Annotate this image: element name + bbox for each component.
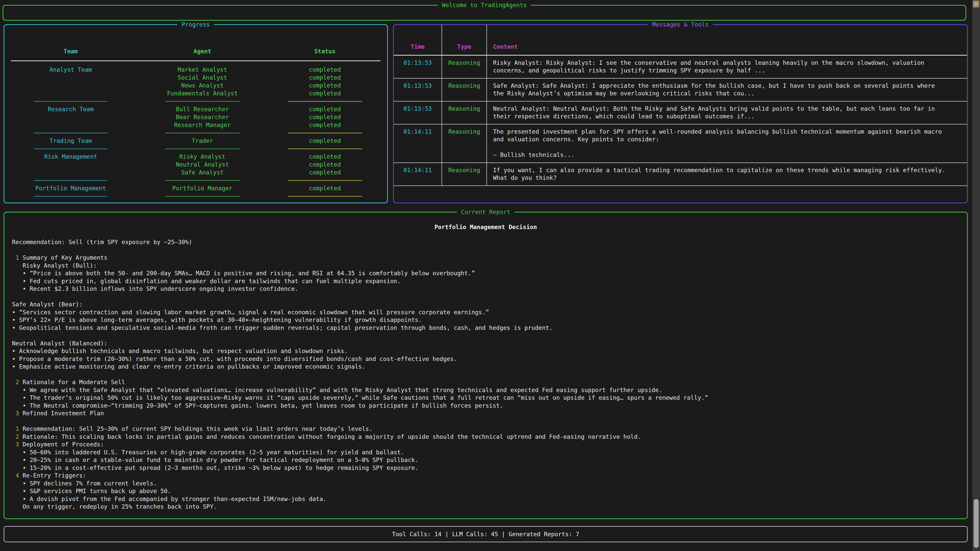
footer-panel: Tool Calls: 14 | LLM Calls: 45 | Generat… [3, 526, 968, 542]
status-badge: completed [274, 89, 376, 97]
status-badge: completed [274, 121, 376, 129]
agent-name: Trader [144, 137, 261, 145]
messages-table-header: Time Type Content [394, 25, 967, 56]
separator-line [288, 148, 362, 149]
message-row: 01:14:11ReasoningThe presented investmen… [394, 124, 967, 163]
status-badge: completed [274, 161, 376, 168]
report-line: • 20–25% in cash or a stable-value fund … [12, 456, 967, 464]
scrollbar-thumb[interactable] [974, 499, 979, 548]
separator-line [34, 133, 107, 133]
section-separator [4, 129, 387, 137]
message-time: 01:14:11 [394, 163, 442, 186]
scrollbar-button[interactable] [973, 0, 979, 7]
agent-name: Bear Researcher [144, 113, 261, 121]
separator-line [34, 180, 107, 181]
list-number: 3 [16, 410, 19, 416]
notification-dot-icon [974, 2, 978, 6]
progress-row: Portfolio ManagementPortfolio Managercom… [4, 184, 387, 192]
status-badge: completed [274, 113, 376, 121]
separator-line [165, 133, 240, 133]
report-line: 1 Recommendation: Sell 25–30% of current… [12, 425, 967, 433]
section-separator [4, 97, 387, 105]
agent-name: Bull Researcher [144, 105, 261, 113]
messages-table: Time Type Content 01:13:53ReasoningRisky… [394, 25, 967, 186]
agent-name: Risky Analyst [144, 153, 261, 161]
report-panel: Current Report Portfolio Management Deci… [3, 212, 968, 519]
separator-line [165, 180, 240, 181]
report-line: 3 Refined Investment Plan [12, 410, 967, 417]
progress-row: Research Managercompleted [4, 121, 387, 129]
progress-header-team: Team [14, 48, 127, 56]
status-badge: completed [274, 137, 376, 145]
report-line [12, 293, 967, 301]
progress-header-status: Status [274, 48, 376, 56]
report-line [12, 332, 967, 340]
progress-table: Team Agent Status Analyst TeamMarket Ana… [4, 25, 387, 200]
messages-title: Messages & Tools [648, 21, 713, 28]
report-line: • S&P services PMI turns back up above 5… [12, 487, 967, 495]
report-line [12, 371, 967, 379]
report-line: 3 Deployment of Proceeds: [12, 441, 967, 448]
welcome-panel: Welcome to TradingAgents [3, 5, 966, 21]
progress-table-body: Analyst TeamMarket AnalystcompletedSocia… [4, 66, 387, 200]
footer-status: Tool Calls: 14 | LLM Calls: 45 | Generat… [4, 527, 967, 541]
messages-table-body: 01:13:53ReasoningRisky Analyst: Risky An… [394, 56, 967, 186]
progress-row: Bear Researchercompleted [4, 113, 387, 121]
agent-name: Research Manager [144, 121, 261, 129]
message-time: 01:13:53 [394, 79, 442, 101]
report-title: Current Report [457, 208, 514, 216]
message-row: 01:13:53ReasoningNeutral Analyst: Neutra… [394, 102, 967, 124]
list-number: 3 [16, 441, 19, 448]
progress-row: Risk ManagementRisky Analystcompleted [4, 153, 387, 161]
agent-name: Market Analyst [144, 66, 261, 74]
report-body: Recommendation: Sell (trim SPY exposure … [4, 238, 967, 511]
progress-row: Safe Analystcompleted [4, 168, 387, 176]
status-badge: completed [274, 105, 376, 113]
message-time: 01:13:53 [394, 56, 442, 78]
report-line: • “Services sector contraction and slowi… [12, 308, 967, 316]
report-line: • Emphasize active monitoring and clear … [12, 363, 967, 371]
messages-panel: Messages & Tools Time Type Content 01:13… [393, 24, 968, 203]
scrollbar[interactable] [972, 0, 980, 551]
message-row: 01:13:53ReasoningSafe Analyst: Safe Anal… [394, 79, 967, 102]
welcome-title: Welcome to TradingAgents [438, 1, 531, 9]
list-number: 1 [16, 426, 19, 432]
status-badge: completed [274, 184, 376, 192]
report-line: 2 Rationale for a Moderate Sell [12, 378, 967, 386]
separator-line [34, 196, 107, 197]
separator-line [165, 101, 240, 102]
message-type: Reasoning [442, 124, 487, 162]
separator-line [165, 196, 240, 197]
agent-name: Neutral Analyst [144, 161, 261, 168]
report-line: • Fed cuts priced in, global disinflatio… [12, 277, 967, 285]
progress-table-header: Team Agent Status [4, 48, 387, 56]
team-name: Analyst Team [14, 66, 127, 74]
report-line: • We agree with the Safe Analyst that “e… [12, 386, 967, 394]
report-line: • Acknowledge bullish technicals and mac… [12, 347, 967, 355]
report-line: Safe Analyst (Bear): [12, 300, 967, 308]
message-content: Safe Analyst: Safe Analyst: I appreciate… [487, 79, 967, 101]
message-row: 01:14:11ReasoningIf you want, I can also… [394, 163, 967, 186]
status-badge: completed [274, 66, 376, 74]
message-time: 01:13:53 [394, 102, 442, 124]
team-name: Risk Management [14, 153, 127, 161]
list-number: 1 [16, 254, 19, 261]
progress-row: Neutral Analystcompleted [4, 161, 387, 168]
message-type: Reasoning [442, 102, 487, 124]
progress-row: Research TeamBull Researchercompleted [4, 105, 387, 113]
message-content: If you want, I can also provide a tactic… [487, 163, 967, 186]
report-line: • 15–20% in a cost-effective put spread … [12, 464, 967, 472]
list-number: 2 [16, 379, 19, 386]
agent-name: Safe Analyst [144, 168, 261, 176]
agent-name: Portfolio Manager [144, 184, 261, 192]
team-name: Research Team [14, 105, 127, 113]
report-line: • Propose a moderate trim (20–30%) rathe… [12, 355, 967, 363]
message-content: Neutral Analyst: Neutral Analyst: Both t… [487, 102, 967, 124]
message-content: Risky Analyst: Risky Analyst: I see the … [487, 56, 967, 78]
progress-row: Analyst TeamMarket Analystcompleted [4, 66, 387, 74]
status-badge: completed [274, 153, 376, 161]
separator-line [288, 180, 362, 181]
agent-name: News Analyst [144, 82, 261, 89]
progress-header-separator [11, 60, 380, 61]
separator-line [288, 133, 362, 133]
